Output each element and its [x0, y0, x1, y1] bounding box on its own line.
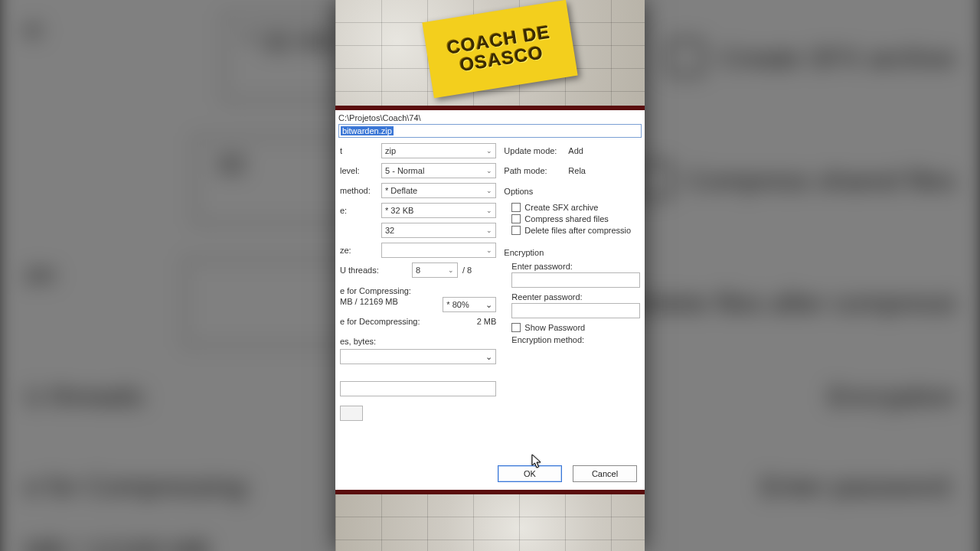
archive-format-select[interactable]: zip ⌄	[381, 143, 496, 158]
checkbox-icon	[511, 226, 521, 235]
chevron-down-icon: ⌄	[486, 227, 492, 234]
cpu-threads-max: / 8	[462, 266, 472, 275]
right-column: Update mode: Add Path mode: Rela Options…	[504, 142, 640, 459]
split-volumes-select[interactable]: ⌄	[340, 349, 496, 364]
chevron-down-icon: ⌄	[485, 352, 492, 362]
archive-name-text: bitwarden.zip	[341, 126, 394, 135]
chevron-down-icon: ⌄	[486, 246, 492, 254]
dialog-button-row: OK Cancel	[335, 459, 645, 490]
options-small-button[interactable]	[340, 406, 363, 421]
reenter-password-input[interactable]	[511, 303, 640, 318]
compression-method-select[interactable]: * Deflate ⌄	[381, 183, 496, 198]
7zip-add-dialog: C:\Projetos\Coach\74\ bitwarden.zip t zi…	[335, 110, 645, 490]
archive-name-input[interactable]: bitwarden.zip	[338, 124, 642, 138]
path-mode-value[interactable]: Rela	[568, 166, 640, 175]
checkbox-icon	[511, 203, 521, 212]
block-size-label: ze:	[340, 246, 377, 255]
cpu-threads-label: U threads:	[340, 266, 407, 275]
update-mode-value[interactable]: Add	[568, 146, 640, 155]
split-volumes-label: es, bytes:	[340, 337, 496, 346]
top-banner: COACH DE OSASCO	[335, 0, 645, 110]
memory-percent-select[interactable]: * 80% ⌄	[443, 297, 496, 312]
mem-compress-label: e for Compressing:	[340, 286, 411, 295]
chevron-down-icon: ⌄	[486, 147, 492, 155]
enter-password-input[interactable]	[511, 272, 640, 288]
format-label: t	[340, 146, 377, 155]
encryption-group-title: Encryption	[504, 248, 640, 257]
word-size-select[interactable]: 32 ⌄	[381, 223, 496, 238]
level-label: level:	[340, 166, 377, 175]
reenter-password-label: Reenter password:	[511, 292, 640, 302]
compression-level-select[interactable]: 5 - Normal ⌄	[381, 163, 496, 178]
archive-path: C:\Projetos\Coach\74\	[335, 110, 645, 122]
mem-decompress-value: 2 MB	[477, 317, 497, 326]
checkbox-icon	[511, 323, 521, 332]
update-mode-label: Update mode:	[504, 146, 564, 155]
solid-block-size-select[interactable]: ⌄	[381, 243, 496, 258]
video-strip: COACH DE OSASCO C:\Projetos\Coach\74\ bi…	[335, 0, 645, 551]
mem-compress-value: MB / 12169 MB	[340, 297, 398, 312]
compress-shared-checkbox[interactable]: Compress shared files	[511, 214, 640, 223]
ok-button[interactable]: OK	[498, 465, 562, 482]
show-password-checkbox[interactable]: Show Password	[511, 323, 640, 332]
create-sfx-checkbox[interactable]: Create SFX archive	[511, 203, 640, 212]
checkbox-icon	[511, 214, 521, 223]
encryption-method-label: Encryption method:	[511, 335, 640, 344]
delete-after-checkbox[interactable]: Delete files after compressio	[511, 226, 640, 235]
bottom-banner	[335, 490, 645, 551]
cpu-threads-select[interactable]: 8 ⌄	[412, 262, 458, 278]
chevron-down-icon: ⌄	[448, 266, 454, 274]
options-group-title: Options	[504, 187, 640, 196]
chevron-down-icon: ⌄	[485, 300, 492, 310]
path-mode-label: Path mode:	[504, 166, 564, 175]
channel-sticker: COACH DE OSASCO	[422, 0, 577, 98]
chevron-down-icon: ⌄	[486, 187, 492, 194]
dict-size-label: e:	[340, 206, 377, 215]
chevron-down-icon: ⌄	[486, 167, 492, 174]
parameters-input[interactable]	[340, 381, 496, 396]
method-label: method:	[340, 186, 377, 195]
cancel-button[interactable]: Cancel	[573, 465, 637, 482]
left-column: t zip ⌄ level: 5 - Normal ⌄ method:	[340, 142, 496, 459]
mem-decompress-label: e for Decompressing:	[340, 317, 420, 326]
dictionary-size-select[interactable]: * 32 KB ⌄	[381, 203, 496, 218]
chevron-down-icon: ⌄	[486, 207, 492, 214]
enter-password-label: Enter password:	[511, 262, 640, 271]
